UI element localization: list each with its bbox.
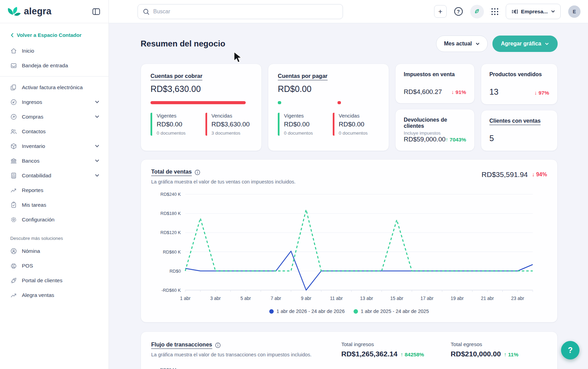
total-income-value: RD$1,265,362.14 bbox=[341, 350, 398, 358]
sidebar-item-compras[interactable]: Compras bbox=[0, 109, 109, 124]
stat-value: RD$0.00 bbox=[157, 121, 197, 128]
svg-text:11 abr: 11 abr bbox=[330, 296, 343, 301]
stat-label: Vencidas bbox=[212, 113, 252, 119]
chevron-down-icon bbox=[95, 173, 100, 178]
total-expense-delta: ↑ 11% bbox=[504, 352, 518, 358]
legend-item[interactable]: 1 abr de 2026 - 24 abr de 2026 bbox=[269, 309, 345, 314]
sidebar-divider bbox=[0, 76, 109, 77]
sidebar-item-label: POS bbox=[22, 263, 33, 269]
sidebar-item-label: Contabilidad bbox=[22, 173, 51, 179]
sidebar-item-label: Reportes bbox=[22, 187, 43, 193]
legend-item[interactable]: 1 abr de 2025 - 24 abr de 2025 bbox=[354, 309, 429, 314]
legend-label: 1 abr de 2025 - 24 abr de 2025 bbox=[361, 309, 429, 314]
mini-cards-col-2: Productos vendidos 13 ↓ 97% Clientes con… bbox=[481, 64, 558, 151]
period-selector-button[interactable]: Mes actual bbox=[436, 36, 488, 52]
stat-docs: 3 documentos bbox=[212, 131, 252, 136]
payable-title[interactable]: Cuentas por pagar bbox=[278, 73, 328, 80]
rocket-icon bbox=[10, 277, 17, 284]
total-sales-amount: RD$35,591.94 bbox=[482, 170, 528, 179]
sidebar-collapse-button[interactable] bbox=[91, 7, 101, 16]
sidebar-item-inicio[interactable]: Inicio bbox=[0, 43, 109, 58]
company-icon bbox=[511, 9, 518, 15]
income-arrow-icon bbox=[10, 99, 17, 106]
total-sales-delta: ↓ 94% bbox=[532, 172, 547, 178]
global-search bbox=[138, 4, 343, 19]
floating-help-button[interactable]: ? bbox=[561, 341, 579, 359]
sidebar-item-activar-factura-electronica[interactable]: Activar factura electrónica bbox=[0, 80, 109, 95]
document-copy-icon bbox=[10, 84, 17, 91]
page-header: Resumen del negocio Mes actual Agregar g… bbox=[141, 36, 558, 52]
svg-text:RD$180 K: RD$180 K bbox=[160, 211, 181, 216]
total-sales-title[interactable]: Total de ventas bbox=[151, 168, 192, 176]
receivable-title[interactable]: Cuentas por cobrar bbox=[150, 73, 202, 80]
sidebar-item-bandeja-de-entrada[interactable]: Bandeja de entrada bbox=[0, 58, 109, 73]
payroll-icon bbox=[10, 248, 17, 255]
company-name: Empresa... bbox=[521, 9, 548, 15]
back-to-accountant-link[interactable]: Volver a Espacio Contador bbox=[10, 32, 109, 38]
sustainability-button[interactable] bbox=[470, 5, 484, 18]
chevron-down-icon bbox=[545, 42, 549, 46]
chevron-down-icon bbox=[475, 42, 480, 46]
legend-dot-icon bbox=[354, 309, 358, 314]
sidebar-item-ingresos[interactable]: Ingresos bbox=[0, 95, 109, 109]
total-expense-label: Total egresos bbox=[451, 341, 518, 347]
sidebar-item-contactos[interactable]: Contactos bbox=[0, 124, 109, 139]
svg-text:RD$60 K: RD$60 K bbox=[163, 249, 181, 254]
stat-docs: 0 documentos bbox=[284, 131, 325, 136]
transactions-flow-title[interactable]: Flujo de transacciones bbox=[151, 341, 212, 349]
accounts-receivable-card: Cuentas por cobrar RD$3,630.00 Vigentes … bbox=[141, 64, 262, 151]
svg-text:23 abr: 23 abr bbox=[511, 296, 525, 301]
inventory-box-icon bbox=[10, 143, 17, 150]
add-chart-button[interactable]: Agregar gráfica bbox=[492, 36, 558, 52]
add-chart-label: Agregar gráfica bbox=[501, 41, 541, 47]
sidebar-item-alegra-ventas[interactable]: Alegra ventas bbox=[0, 288, 109, 302]
sidebar-item-label: Inicio bbox=[22, 48, 34, 54]
svg-text:RD$240 K: RD$240 K bbox=[160, 192, 181, 197]
arrow-up-icon: ↑ bbox=[401, 352, 403, 357]
chevron-down-icon bbox=[95, 114, 100, 119]
company-selector[interactable]: Empresa... bbox=[506, 4, 561, 19]
chevron-left-icon bbox=[10, 33, 14, 38]
topbar-left: alegra bbox=[0, 0, 109, 23]
customers-with-sales-title[interactable]: Clientes con ventas bbox=[489, 118, 541, 125]
sidebar-item-reportes[interactable]: Reportes bbox=[0, 183, 109, 197]
payable-current-stat: Vigentes RD$0.00 0 documentos bbox=[278, 113, 325, 136]
info-icon[interactable] bbox=[215, 342, 221, 348]
sidebar-item-mis-tareas[interactable]: Mis tareas bbox=[0, 197, 109, 212]
help-button[interactable]: ? bbox=[454, 7, 463, 16]
search-input[interactable] bbox=[153, 9, 338, 15]
info-icon[interactable] bbox=[195, 169, 200, 175]
quick-create-button[interactable]: + bbox=[434, 5, 447, 18]
flow-chart-ytick: RD$2 M bbox=[160, 367, 176, 369]
gear-icon bbox=[10, 216, 17, 223]
receivable-current-stat: Vigentes RD$0.00 0 documentos bbox=[150, 113, 197, 136]
sidebar-item-pos[interactable]: POS bbox=[0, 258, 109, 273]
sidebar-nav-main: Activar factura electrónicaIngresosCompr… bbox=[0, 80, 109, 227]
svg-text:21 abr: 21 abr bbox=[481, 296, 494, 301]
total-income-delta: ↑ 84258% bbox=[401, 352, 424, 358]
sidebar-item-bancos[interactable]: Bancos bbox=[0, 153, 109, 168]
logo-wordmark: alegra bbox=[24, 6, 52, 17]
svg-text:7 abr: 7 abr bbox=[271, 296, 281, 301]
customer-returns-subtitle: Incluye impuestos bbox=[404, 131, 466, 136]
sidebar-item-configuracion[interactable]: Configuración bbox=[0, 212, 109, 227]
customer-returns-delta: ↑ 7043% bbox=[446, 137, 466, 143]
sales-tax-value: RD$4,600.27 bbox=[404, 88, 442, 96]
pos-icon bbox=[10, 262, 17, 269]
user-avatar[interactable]: E bbox=[568, 5, 580, 18]
sidebar-item-portal-de-clientes[interactable]: Portal de clientes bbox=[0, 273, 109, 288]
sidebar-item-nomina[interactable]: Nómina bbox=[0, 244, 109, 258]
sidebar-item-inventario[interactable]: Inventario bbox=[0, 139, 109, 153]
stat-label: Vigentes bbox=[157, 113, 197, 119]
sales-line-chart: RD$240 KRD$180 KRD$120 KRD$60 KRD$0-RD$6… bbox=[151, 189, 547, 307]
alegra-logo[interactable]: alegra bbox=[7, 6, 52, 17]
payable-progress-bar bbox=[278, 101, 379, 104]
panel-collapse-icon bbox=[92, 8, 100, 15]
sidebar-item-contabilidad[interactable]: Contabilidad bbox=[0, 168, 109, 183]
stat-label: Vencidas bbox=[339, 113, 379, 119]
svg-text:RD$120 K: RD$120 K bbox=[160, 230, 181, 235]
chevron-down-icon bbox=[95, 99, 100, 105]
chevron-down-icon bbox=[551, 9, 555, 14]
apps-menu-button[interactable] bbox=[491, 8, 498, 15]
svg-text:-RD$60 K: -RD$60 K bbox=[161, 288, 181, 293]
